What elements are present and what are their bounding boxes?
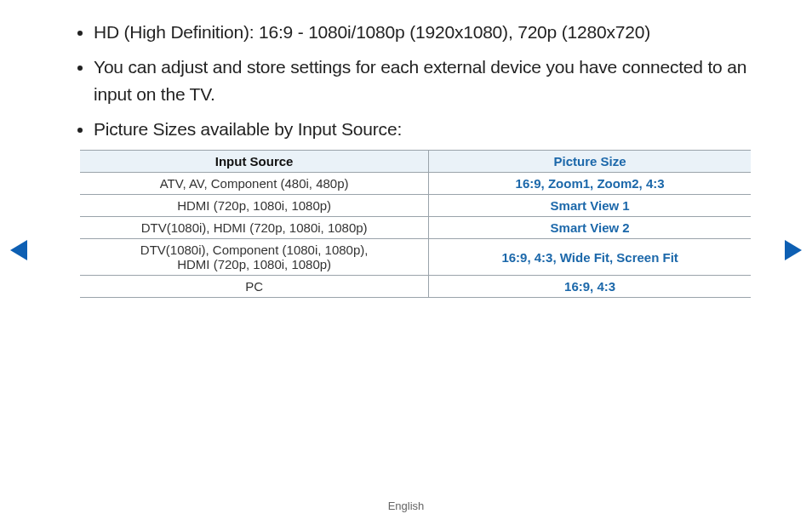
cell-input: DTV(1080i), Component (1080i, 1080p),HDM… (80, 239, 429, 276)
table-header-row: Input Source Picture Size (80, 151, 751, 173)
table-row: ATV, AV, Component (480i, 480p) 16:9, Zo… (80, 173, 751, 195)
th-picture-size: Picture Size (429, 151, 751, 173)
cell-input: PC (80, 276, 429, 298)
table-row: PC 16:9, 4:3 (80, 276, 751, 298)
next-page-arrow[interactable] (785, 240, 802, 260)
cell-size: 16:9, 4:3, Wide Fit, Screen Fit (429, 239, 751, 276)
th-input-source: Input Source (80, 151, 429, 173)
cell-input: ATV, AV, Component (480i, 480p) (80, 173, 429, 195)
prev-page-arrow[interactable] (10, 240, 27, 260)
cell-size: 16:9, 4:3 (429, 276, 751, 298)
cell-size: Smart View 1 (429, 195, 751, 217)
page-content: HD (High Definition): 16:9 - 1080i/1080p… (0, 0, 812, 298)
list-item: HD (High Definition): 16:9 - 1080i/1080p… (94, 19, 752, 47)
picture-size-table: Input Source Picture Size ATV, AV, Compo… (80, 150, 751, 298)
cell-size: 16:9, Zoom1, Zoom2, 4:3 (429, 173, 751, 195)
footer-language: English (0, 500, 812, 512)
list-item: You can adjust and store settings for ea… (94, 54, 752, 109)
table-row: DTV(1080i), HDMI (720p, 1080i, 1080p) Sm… (80, 217, 751, 239)
cell-size: Smart View 2 (429, 217, 751, 239)
list-item: Picture Sizes available by Input Source: (94, 116, 752, 144)
table-row: DTV(1080i), Component (1080i, 1080p),HDM… (80, 239, 751, 276)
bullet-list: HD (High Definition): 16:9 - 1080i/1080p… (60, 19, 752, 143)
cell-input: HDMI (720p, 1080i, 1080p) (80, 195, 429, 217)
table-row: HDMI (720p, 1080i, 1080p) Smart View 1 (80, 195, 751, 217)
cell-input: DTV(1080i), HDMI (720p, 1080i, 1080p) (80, 217, 429, 239)
